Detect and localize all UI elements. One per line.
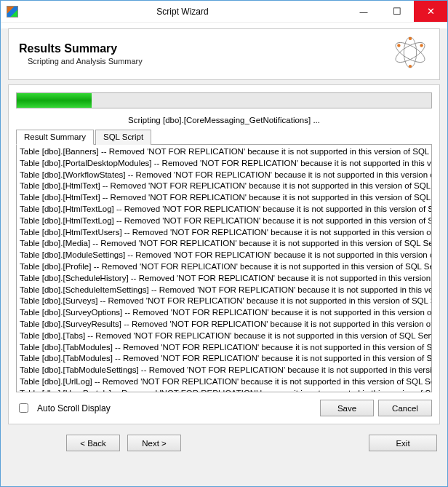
log-line: Table [dbo].[ModuleSettings] -- Removed … xyxy=(20,250,428,261)
log-line: Table [dbo].[Surveys] -- Removed 'NOT FO… xyxy=(20,296,428,307)
svg-point-5 xyxy=(409,37,412,40)
log-line: Table [dbo].[Profile] -- Removed 'NOT FO… xyxy=(20,261,428,273)
log-line: Table [dbo].[SurveyOptions] -- Removed '… xyxy=(20,307,428,319)
progress-fill xyxy=(17,93,92,108)
app-icon xyxy=(7,6,18,17)
svg-point-6 xyxy=(409,65,412,68)
log-line: Table [dbo].[ScheduleItemSettings] -- Re… xyxy=(20,285,428,296)
page-subtitle: Scripting and Analysis Summary xyxy=(28,57,143,66)
log-line: Table [dbo].[Banners] -- Removed 'NOT FO… xyxy=(20,146,428,158)
log-line: Table [dbo].[HtmlTextLog] -- Removed 'NO… xyxy=(20,215,428,227)
log-line: Table [dbo].[HtmlTextLog] -- Removed 'NO… xyxy=(20,204,428,215)
tab-sql-script[interactable]: SQL Script xyxy=(95,130,151,145)
maximize-button[interactable]: ☐ xyxy=(380,1,414,22)
log-line: Table [dbo].[TabModuleSettings] -- Remov… xyxy=(20,365,428,376)
log-line: Table [dbo].[HtmlTextUsers] -- Removed '… xyxy=(20,227,428,239)
titlebar[interactable]: Script Wizard — ☐ ✕ xyxy=(1,1,447,23)
exit-button[interactable]: Exit xyxy=(369,435,437,451)
svg-point-4 xyxy=(420,44,423,47)
save-button[interactable]: Save xyxy=(320,400,374,416)
log-line: Table [dbo].[WorkflowStates] -- Removed … xyxy=(20,170,428,181)
wizard-nav: < Back Next > Exit xyxy=(1,424,447,460)
page-title: Results Summary xyxy=(19,42,143,55)
log-output[interactable]: Table [dbo].[Banners] -- Removed 'NOT FO… xyxy=(16,145,432,392)
back-button[interactable]: < Back xyxy=(66,435,120,451)
log-line: Table [dbo].[ScheduleHistory] -- Removed… xyxy=(20,273,428,285)
auto-scroll-checkbox[interactable] xyxy=(19,403,28,413)
log-line: Table [dbo].[PortalDesktopModules] -- Re… xyxy=(20,158,428,170)
progress-bar xyxy=(16,92,432,108)
log-line: Table [dbo].[UserPortals] -- Removed 'NO… xyxy=(20,388,428,392)
auto-scroll-label: Auto Scroll Display xyxy=(37,403,111,413)
main-panel: Scripting [dbo].[CoreMessaging_GetNotifi… xyxy=(8,84,440,424)
status-text: Scripting [dbo].[CoreMessaging_GetNotifi… xyxy=(16,116,432,124)
log-line: Table [dbo].[TabModules] -- Removed 'NOT… xyxy=(20,342,428,354)
log-line: Table [dbo].[Media] -- Removed 'NOT FOR … xyxy=(20,238,428,250)
log-line: Table [dbo].[Tabs] -- Removed 'NOT FOR R… xyxy=(20,330,428,342)
log-line: Table [dbo].[HtmlText] -- Removed 'NOT F… xyxy=(20,192,428,204)
tab-strip: Result Summary SQL Script xyxy=(16,129,432,145)
next-button[interactable]: Next > xyxy=(127,435,181,451)
header-panel: Results Summary Scripting and Analysis S… xyxy=(8,28,440,80)
atom-icon xyxy=(391,36,429,71)
cancel-button[interactable]: Cancel xyxy=(378,400,432,416)
svg-point-3 xyxy=(397,44,400,47)
svg-point-2 xyxy=(404,37,416,68)
log-line: Table [dbo].[SurveyResults] -- Removed '… xyxy=(20,319,428,330)
window-title: Script Wizard xyxy=(18,7,347,17)
tab-result-summary[interactable]: Result Summary xyxy=(16,130,94,145)
log-line: Table [dbo].[HtmlText] -- Removed 'NOT F… xyxy=(20,181,428,192)
log-line: Table [dbo].[UrlLog] -- Removed 'NOT FOR… xyxy=(20,376,428,388)
minimize-button[interactable]: — xyxy=(347,1,380,22)
close-button[interactable]: ✕ xyxy=(414,1,447,22)
log-line: Table [dbo].[TabModules] -- Removed 'NOT… xyxy=(20,353,428,365)
